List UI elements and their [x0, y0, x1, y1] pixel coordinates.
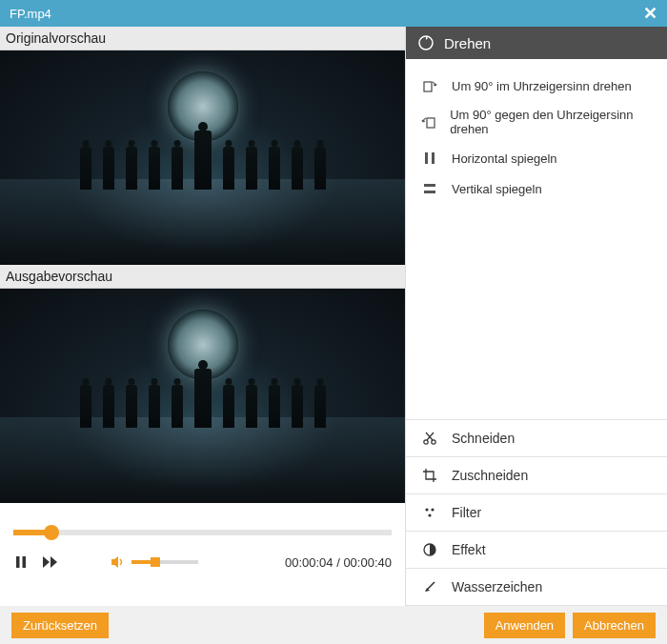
volume-knob[interactable] [151, 557, 160, 567]
rotate-options-list: Um 90° im Uhrzeigersinn drehen Um 90° ge… [406, 59, 667, 419]
rotate-panel-header[interactable]: Drehen [406, 27, 667, 59]
flip-v-label: Vertikal spiegeln [452, 182, 542, 196]
effect-icon [421, 541, 438, 558]
tab-effect[interactable]: Effekt [406, 532, 667, 569]
volume-control [111, 555, 198, 569]
tab-effect-label: Effekt [452, 542, 486, 557]
svg-rect-0 [16, 556, 20, 568]
original-preview-label: Originalvorschau [0, 27, 405, 50]
rotate-cw-option[interactable]: Um 90° im Uhrzeigersinn drehen [406, 70, 667, 101]
svg-rect-7 [424, 184, 435, 187]
flip-h-label: Horizontal spiegeln [452, 151, 557, 166]
rotate-ccw-option[interactable]: Um 90° gegen den Uhrzeigersinn drehen [406, 101, 667, 143]
flip-v-icon [421, 180, 438, 197]
rotate-ccw-icon [421, 113, 436, 131]
flip-h-option[interactable]: Horizontal spiegeln [406, 143, 667, 173]
flip-v-option[interactable]: Vertikal spiegeln [406, 173, 667, 204]
cancel-button[interactable]: Abbrechen [573, 613, 656, 638]
player-controls: 00:00:04 / 00:00:40 [0, 554, 405, 583]
flip-h-icon [421, 150, 438, 167]
tab-crop[interactable]: Zuschneiden [406, 457, 667, 494]
edit-tabs: Schneiden Zuschneiden Filter Effekt [406, 419, 667, 606]
timeline-track[interactable] [13, 530, 392, 535]
crop-icon [421, 467, 438, 484]
rotate-cw-icon [421, 77, 438, 94]
volume-icon[interactable] [111, 555, 126, 569]
preview-column: Originalvorschau Ausgabevorschau [0, 27, 405, 606]
pause-button[interactable] [13, 554, 29, 570]
output-preview-video[interactable] [0, 289, 405, 503]
rotate-cw-label: Um 90° im Uhrzeigersinn drehen [452, 79, 632, 93]
video-thumbnail [0, 50, 405, 265]
reset-button[interactable]: Zurücksetzen [11, 613, 109, 638]
svg-point-10 [432, 440, 435, 444]
tab-filter-label: Filter [452, 505, 481, 520]
tab-cut[interactable]: Schneiden [406, 420, 667, 457]
titlebar: FP.mp4 ✕ [0, 0, 667, 27]
svg-rect-4 [427, 118, 435, 128]
main-area: Originalvorschau Ausgabevorschau [0, 27, 667, 606]
filter-icon [421, 504, 438, 521]
svg-point-11 [425, 508, 428, 511]
output-preview-label: Ausgabevorschau [0, 265, 405, 289]
timeline [0, 503, 405, 554]
fast-forward-button[interactable] [42, 555, 59, 569]
svg-point-9 [424, 440, 428, 444]
tab-watermark-label: Wasserzeichen [452, 579, 542, 594]
window-title: FP.mp4 [10, 7, 51, 21]
tab-watermark[interactable]: Wasserzeichen [406, 569, 667, 606]
current-time: 00:00:04 [285, 555, 334, 570]
original-preview-video[interactable] [0, 50, 405, 265]
tab-cut-label: Schneiden [452, 431, 515, 446]
svg-point-12 [431, 508, 434, 511]
apply-button[interactable]: Anwenden [484, 613, 565, 638]
brush-icon [421, 578, 438, 595]
footer-bar: Zurücksetzen Anwenden Abbrechen [0, 606, 667, 644]
svg-point-13 [428, 513, 431, 516]
svg-rect-5 [425, 152, 428, 164]
time-display: 00:00:04 / 00:00:40 [285, 555, 392, 570]
video-thumbnail [0, 289, 405, 503]
volume-slider[interactable] [131, 560, 198, 564]
svg-rect-6 [432, 152, 435, 164]
timeline-knob[interactable] [44, 525, 59, 540]
tab-filter[interactable]: Filter [406, 494, 667, 532]
rotate-header-label: Drehen [444, 35, 491, 51]
scissors-icon [421, 430, 438, 447]
rotate-icon [417, 34, 435, 51]
rotate-ccw-label: Um 90° gegen den Uhrzeigersinn drehen [450, 108, 652, 136]
svg-rect-1 [23, 556, 27, 568]
svg-rect-3 [424, 82, 432, 91]
tab-crop-label: Zuschneiden [452, 468, 528, 483]
close-button[interactable]: ✕ [643, 3, 657, 24]
total-time: 00:00:40 [343, 555, 392, 570]
edit-panel: Drehen Um 90° im Uhrzeigersinn drehen Um… [405, 27, 667, 606]
svg-rect-8 [424, 191, 435, 193]
